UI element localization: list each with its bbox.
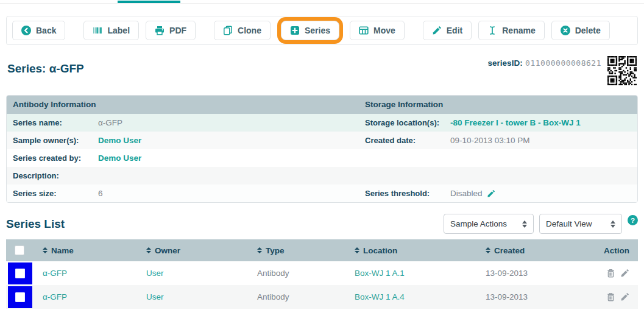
- storage-location-label: Storage location(s):: [359, 118, 450, 127]
- series-threshold-label: Series threshold:: [359, 189, 450, 198]
- column-header-owner[interactable]: Owner: [136, 246, 247, 255]
- delete-row-icon[interactable]: [606, 269, 615, 278]
- clone-button[interactable]: Clone: [214, 21, 271, 40]
- row-owner-link[interactable]: User: [136, 269, 247, 278]
- column-header-created-label: Created: [494, 246, 525, 255]
- series-id-text: seriesID: 011000000008621: [488, 56, 601, 68]
- back-button-label: Back: [36, 26, 56, 35]
- series-created-by-label: Series created by:: [7, 153, 98, 163]
- column-header-location[interactable]: Location: [345, 246, 476, 255]
- row-actions-cell: [592, 269, 638, 278]
- page-title: Series: α-GFP: [7, 56, 84, 76]
- series-threshold-value: Disabled: [450, 189, 495, 198]
- column-header-name[interactable]: Name: [33, 246, 136, 255]
- delete-button[interactable]: Delete: [551, 21, 610, 40]
- row-actions-cell: [592, 292, 638, 301]
- storage-information-header: Storage Information: [359, 96, 637, 114]
- column-header-name-label: Name: [51, 246, 74, 255]
- move-button-label: Move: [373, 26, 395, 35]
- column-header-created[interactable]: Created: [476, 246, 592, 255]
- delete-row-icon[interactable]: [606, 292, 615, 301]
- move-button[interactable]: Move: [350, 21, 405, 40]
- series-threshold-text: Disabled: [450, 189, 483, 198]
- info-row-series-threshold: Series threshold: Disabled: [359, 185, 637, 202]
- series-name-value: α-GFP: [98, 118, 122, 127]
- edit-button-label: Edit: [447, 26, 462, 35]
- sort-icon: [257, 247, 262, 253]
- edit-button[interactable]: Edit: [423, 21, 472, 40]
- row-type: Antibody: [247, 292, 345, 301]
- column-header-action: Action: [592, 246, 638, 255]
- column-header-action-label: Action: [604, 246, 629, 255]
- info-row-description: Description:: [7, 167, 359, 185]
- row-created: 13-09-2013: [476, 292, 592, 301]
- info-row-series-name: Series name: α-GFP: [7, 114, 359, 132]
- sort-icon: [43, 247, 48, 253]
- table-header-row: Name Owner Type Location Created Action: [6, 239, 638, 261]
- toolbar-group-print: Label PDF: [83, 21, 196, 40]
- printer-icon: [155, 26, 165, 35]
- sample-owner-label: Sample owner(s):: [7, 136, 98, 145]
- row-checkbox-highlight: [8, 262, 32, 284]
- active-tab-indicator: [118, 1, 180, 3]
- info-row-storage-location: Storage location(s): -80 Freezer I - tow…: [359, 114, 637, 132]
- rename-button[interactable]: Rename: [478, 21, 544, 40]
- series-created-by-link[interactable]: Demo User: [98, 153, 141, 163]
- series-list-controls: Sample Actions Default View ?: [444, 214, 638, 234]
- series-id-label: seriesID:: [488, 58, 523, 68]
- series-button[interactable]: Series: [281, 21, 339, 40]
- row-checkbox[interactable]: [15, 269, 25, 278]
- series-id-block: seriesID: 011000000008621: [488, 56, 637, 85]
- qr-code: [607, 56, 637, 85]
- series-id-value: 011000000008621: [525, 58, 601, 68]
- storage-location-link[interactable]: -80 Freezer I - tower B - Box-WJ 1: [450, 118, 581, 127]
- sample-actions-select[interactable]: Sample Actions: [444, 214, 534, 234]
- row-location-link[interactable]: Box-WJ 1 A.1: [345, 269, 476, 278]
- edit-threshold-icon[interactable]: [487, 189, 495, 198]
- storage-information-column: Storage Information Storage location(s):…: [359, 96, 637, 202]
- sort-icon: [486, 247, 490, 253]
- edit-row-icon[interactable]: [620, 269, 629, 278]
- series-list-band: Series List Sample Actions Default View …: [6, 214, 638, 234]
- created-date-label: Created date:: [359, 136, 450, 145]
- back-button[interactable]: Back: [12, 21, 65, 40]
- help-icon[interactable]: ?: [628, 215, 638, 225]
- row-type: Antibody: [247, 269, 345, 278]
- series-size-label: Series size:: [7, 189, 98, 198]
- column-header-type-label: Type: [266, 246, 285, 255]
- antibody-information-header: Antibody Information: [7, 96, 359, 114]
- series-list-title: Series List: [6, 217, 65, 231]
- series-size-value: 6: [98, 189, 103, 198]
- row-name-link[interactable]: α-GFP: [33, 292, 136, 301]
- row-name-link[interactable]: α-GFP: [33, 269, 136, 278]
- description-label: Description:: [7, 171, 98, 180]
- info-row-series-size: Series size: 6: [7, 185, 359, 202]
- sort-icon: [355, 247, 359, 253]
- table-row: α-GFP User Antibody Box-WJ 1 A.4 13-09-2…: [6, 285, 638, 309]
- row-location-link[interactable]: Box-WJ 1 A.4: [345, 292, 476, 301]
- pdf-button[interactable]: PDF: [146, 21, 196, 40]
- clone-icon: [223, 26, 233, 35]
- label-button[interactable]: Label: [83, 21, 139, 40]
- text-cursor-icon: [487, 26, 497, 35]
- series-list-table: Name Owner Type Location Created Action …: [6, 239, 638, 310]
- row-created: 13-09-2013: [476, 269, 592, 278]
- row-owner-link[interactable]: User: [136, 292, 247, 301]
- row-checkbox-highlight: [8, 286, 32, 308]
- select-all-checkbox[interactable]: [15, 245, 24, 255]
- info-row-empty: [359, 149, 637, 167]
- page-top-divider: [0, 0, 644, 4]
- select-all-cell: [6, 245, 33, 255]
- rename-button-label: Rename: [502, 26, 535, 35]
- toolbar-group-nav: Back: [12, 21, 65, 40]
- row-checkbox[interactable]: [15, 292, 25, 302]
- series-button-label: Series: [305, 26, 330, 35]
- column-header-type[interactable]: Type: [247, 246, 345, 255]
- barcode-icon: [93, 26, 102, 35]
- info-row-empty: [359, 167, 637, 185]
- edit-row-icon[interactable]: [620, 292, 629, 301]
- sample-owner-link[interactable]: Demo User: [98, 136, 141, 145]
- column-header-owner-label: Owner: [155, 246, 180, 255]
- view-select[interactable]: Default View: [539, 214, 622, 234]
- action-toolbar: Back Label PDF Clone Series: [6, 16, 638, 45]
